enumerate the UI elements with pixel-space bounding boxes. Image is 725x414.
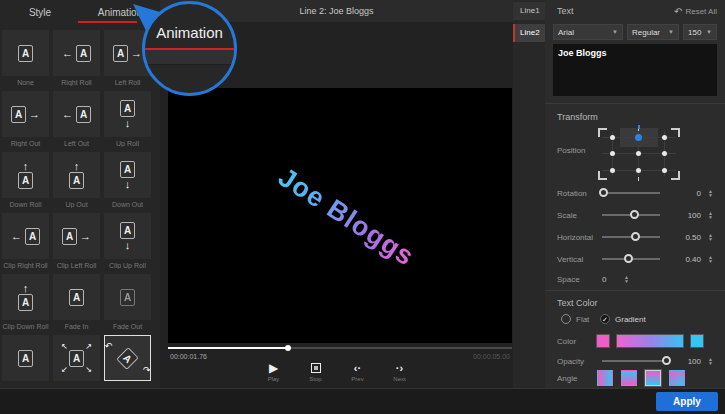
bottom-bar: Apply xyxy=(0,388,725,414)
preset-right-roll[interactable]: ←A Right Roll xyxy=(53,30,100,91)
radio-checked-icon: ✓ xyxy=(600,314,610,324)
position-dot-center[interactable] xyxy=(636,151,641,156)
stop-button[interactable]: Stop xyxy=(303,362,329,382)
chevron-down-icon: ▼ xyxy=(706,29,712,35)
gradient-radio[interactable]: ✓ Gradient xyxy=(600,314,646,324)
rotation-row: Rotation 0 ▲▼ xyxy=(557,186,715,200)
rotation-slider-thumb[interactable] xyxy=(599,188,608,197)
play-button[interactable]: ▶ Play xyxy=(261,362,287,382)
static-a-icon: A xyxy=(2,335,49,381)
line-item-1[interactable]: Line1 xyxy=(513,2,545,20)
vertical-slider[interactable] xyxy=(602,258,660,260)
down-roll-icon: ↑A xyxy=(2,152,49,198)
horizontal-stepper[interactable]: ▲▼ xyxy=(706,233,715,241)
up-out-icon: ↑A xyxy=(53,152,100,198)
gradient-start-swatch[interactable] xyxy=(596,334,610,348)
horizontal-slider-thumb[interactable] xyxy=(631,232,640,241)
position-dot-mid-left[interactable] xyxy=(610,151,615,156)
preset-clip-down-roll[interactable]: ↑A Clip Down Roll xyxy=(2,274,49,335)
rotate-icon: A↶↷ xyxy=(104,335,151,381)
angle-swatch-vertical-reverse[interactable] xyxy=(621,370,637,386)
text-section-title: Text xyxy=(557,6,574,16)
right-roll-icon: ←A xyxy=(53,30,100,76)
section-divider xyxy=(545,103,725,104)
vertical-row: Vertical 0.40 ▲▼ xyxy=(557,252,715,266)
position-dot-mid-right[interactable] xyxy=(662,151,667,156)
preset-fade-out[interactable]: A Fade Out xyxy=(104,274,151,335)
position-dot-top-center[interactable] xyxy=(635,134,642,141)
fade-out-icon: A xyxy=(104,274,151,320)
preset-zoom[interactable]: A ↖↗↙↘ xyxy=(53,335,100,396)
play-icon: ▶ xyxy=(269,362,278,374)
position-active-tick xyxy=(638,125,640,129)
font-family-dropdown[interactable]: Arial▼ xyxy=(553,24,623,40)
angle-swatch-diagonal[interactable] xyxy=(669,370,685,386)
preset-up-roll[interactable]: A↓ Up Roll xyxy=(104,91,151,152)
font-size-dropdown[interactable]: 150▼ xyxy=(683,24,717,40)
preset-clip-right-roll[interactable]: ←A Clip Right Roll xyxy=(2,213,49,274)
animation-preset-grid: A None ←A Right Roll A→ Left Roll A→ Rig… xyxy=(2,30,158,396)
horizontal-slider[interactable] xyxy=(602,236,660,238)
space-row: Space 0 ▲▼ xyxy=(557,272,715,286)
flat-radio[interactable]: Flat xyxy=(561,314,589,324)
none-icon: A xyxy=(2,30,49,76)
timeline-track[interactable] xyxy=(168,347,512,349)
next-button[interactable]: ·› Next xyxy=(387,362,413,382)
scale-row: Scale 100 ▲▼ xyxy=(557,208,715,222)
preset-extra-1[interactable]: A xyxy=(2,335,49,396)
text-color-section-title: Text Color xyxy=(557,298,598,308)
opacity-slider[interactable] xyxy=(602,360,670,362)
scale-stepper[interactable]: ▲▼ xyxy=(706,211,715,219)
reset-all-button[interactable]: ↶ Reset All xyxy=(674,6,717,17)
position-dot-top-left[interactable] xyxy=(610,135,615,140)
vertical-slider-thumb[interactable] xyxy=(624,254,633,263)
preset-clip-left-roll[interactable]: A→ Clip Left Roll xyxy=(53,213,100,274)
position-label: Position xyxy=(557,146,585,155)
preset-up-out[interactable]: ↑A Up Out xyxy=(53,152,100,213)
preset-down-out[interactable]: A↓ Down Out xyxy=(104,152,151,213)
position-dot-bottom-right[interactable] xyxy=(662,168,667,173)
line-item-2[interactable]: Line2 xyxy=(513,24,545,42)
rotation-slider[interactable] xyxy=(602,192,660,194)
angle-swatch-vertical[interactable] xyxy=(645,370,661,386)
clip-right-roll-icon: ←A xyxy=(2,213,49,259)
total-time: 00:00:05.00 xyxy=(430,353,510,360)
prev-button[interactable]: ‹· Prev xyxy=(345,362,371,382)
text-content-input[interactable]: Joe Bloggs xyxy=(553,44,717,96)
preset-rotate-selected[interactable]: A↶↷ xyxy=(104,335,151,396)
position-dot-bottom-left[interactable] xyxy=(610,168,615,173)
tab-style[interactable]: Style xyxy=(0,0,80,24)
preset-fade-in[interactable]: A Fade In xyxy=(53,274,100,335)
gradient-end-swatch[interactable] xyxy=(690,334,704,348)
animation-presets-panel: Style Animation A None ←A Right Roll A→ … xyxy=(0,0,160,388)
preset-down-roll[interactable]: ↑A Down Roll xyxy=(2,152,49,213)
space-stepper[interactable]: ▲▼ xyxy=(622,275,631,283)
down-out-icon: A↓ xyxy=(104,152,151,198)
apply-button[interactable]: Apply xyxy=(656,392,718,411)
preset-clip-up-roll[interactable]: A↓ Clip Up Roll xyxy=(104,213,151,274)
opacity-row: Opacity 100 ▲▼ xyxy=(557,354,715,368)
video-preview: Joe Bloggs xyxy=(168,88,512,343)
position-dot-bottom-center[interactable] xyxy=(636,168,641,173)
vertical-stepper[interactable]: ▲▼ xyxy=(706,255,715,263)
position-dot-top-right[interactable] xyxy=(662,135,667,140)
opacity-value: 100 xyxy=(670,357,701,366)
chevron-down-icon: ▼ xyxy=(668,29,674,35)
scale-slider-thumb[interactable] xyxy=(630,210,639,219)
scale-slider[interactable] xyxy=(602,214,660,216)
space-value: 0 xyxy=(602,275,622,284)
chevron-down-icon: ▼ xyxy=(612,29,618,35)
preset-none[interactable]: A None xyxy=(2,30,49,91)
preset-left-out[interactable]: ←A Left Out xyxy=(53,91,100,152)
clip-up-roll-icon: A↓ xyxy=(104,213,151,259)
gradient-preview-bar[interactable] xyxy=(616,334,684,348)
opacity-stepper[interactable]: ▲▼ xyxy=(706,357,715,365)
next-icon: ·› xyxy=(396,362,403,374)
rotation-stepper[interactable]: ▲▼ xyxy=(706,189,715,197)
angle-swatch-horizontal[interactable] xyxy=(597,370,613,386)
opacity-slider-thumb[interactable] xyxy=(662,356,671,365)
timeline-progress xyxy=(168,347,288,349)
preset-right-out[interactable]: A→ Right Out xyxy=(2,91,49,152)
undo-icon: ↶ xyxy=(674,6,682,17)
font-weight-dropdown[interactable]: Regular▼ xyxy=(627,24,679,40)
